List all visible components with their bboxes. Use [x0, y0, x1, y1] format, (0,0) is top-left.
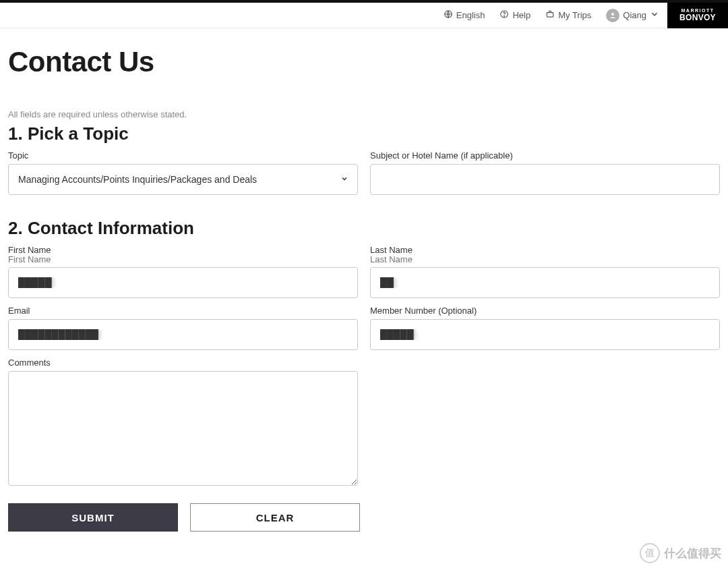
watermark-icon: 值 [640, 543, 660, 563]
help-icon [499, 9, 509, 21]
brand-small: MARRIOTT [681, 8, 715, 13]
mytrips-link[interactable]: My Trips [545, 9, 591, 21]
topic-label: Topic [8, 151, 358, 160]
top-utility-bar: English Help My Trips Qiang MARRIOTT BON… [0, 0, 728, 28]
subject-label: Subject or Hotel Name (if applicable) [370, 151, 720, 160]
user-name: Qiang [623, 10, 646, 20]
help-label: Help [512, 10, 530, 20]
clear-button[interactable]: CLEAR [190, 503, 360, 532]
mytrips-label: My Trips [558, 10, 591, 20]
comments-label: Comments [8, 358, 358, 367]
globe-icon [444, 9, 453, 21]
first-name-input[interactable] [8, 267, 358, 298]
language-label: English [456, 10, 485, 20]
required-hint: All fields are required unless otherwise… [8, 109, 720, 119]
email-input[interactable] [8, 319, 358, 350]
chevron-down-icon [650, 9, 659, 21]
member-number-label: Member Number (Optional) [370, 306, 720, 315]
avatar-icon [606, 9, 619, 22]
page-title: Contact Us [8, 46, 720, 78]
last-name-label: Last Name [370, 246, 720, 254]
first-name-sublabel: First Name [8, 254, 358, 264]
watermark-text: 什么值得买 [664, 546, 721, 561]
svg-rect-3 [547, 13, 553, 17]
help-link[interactable]: Help [499, 9, 530, 21]
brand-big: BONVOY [679, 13, 716, 22]
topic-select[interactable]: Managing Accounts/Points Inquiries/Packa… [8, 164, 358, 195]
subject-input[interactable] [370, 164, 720, 195]
comments-textarea[interactable] [8, 371, 358, 486]
svg-point-2 [504, 16, 505, 16]
user-menu[interactable]: Qiang [606, 9, 659, 22]
svg-point-4 [611, 13, 614, 16]
first-name-label: First Name [8, 246, 358, 254]
section-contact-info-title: 2. Contact Information [8, 218, 720, 239]
last-name-input[interactable] [370, 267, 720, 298]
email-label: Email [8, 306, 358, 315]
member-number-input[interactable] [370, 319, 720, 350]
brand-logo[interactable]: MARRIOTT BONVOY [667, 3, 728, 28]
section-pick-topic-title: 1. Pick a Topic [8, 123, 720, 144]
submit-button[interactable]: SUBMIT [8, 503, 178, 532]
language-selector[interactable]: English [444, 9, 485, 21]
suitcase-icon [545, 9, 555, 21]
watermark: 值 什么值得买 [640, 543, 721, 563]
last-name-sublabel: Last Name [370, 254, 720, 264]
